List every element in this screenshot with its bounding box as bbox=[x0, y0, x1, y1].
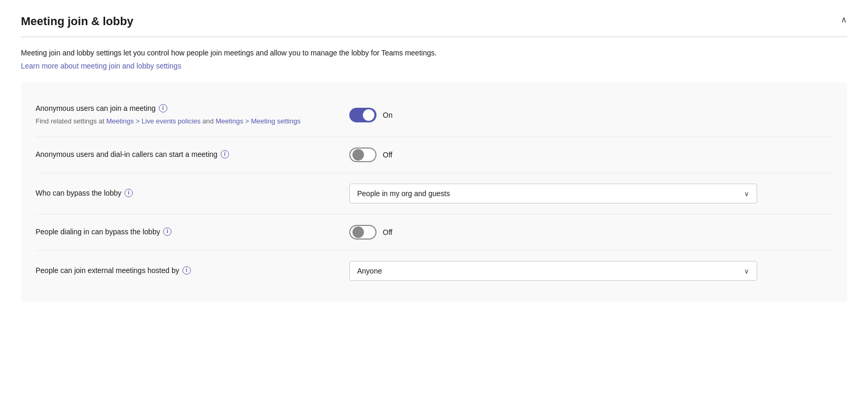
setting-label-bypass-lobby: Who can bypass the lobby i bbox=[36, 188, 349, 199]
setting-label-col-bypass-lobby: Who can bypass the lobby i bbox=[36, 188, 349, 199]
anonymous-join-track bbox=[349, 108, 376, 122]
dialin-start-info-icon[interactable]: i bbox=[221, 150, 229, 158]
external-meetings-dropdown-value: Anyone bbox=[357, 267, 382, 275]
setting-label-dialin-bypass: People dialing in can bypass the lobby i bbox=[36, 227, 349, 237]
setting-label-dialin-start: Anonymous users and dial-in callers can … bbox=[36, 150, 349, 160]
setting-sublabel-anonymous-join: Find related settings at Meetings > Live… bbox=[36, 116, 349, 127]
setting-label-col-dialin-start: Anonymous users and dial-in callers can … bbox=[36, 150, 349, 160]
setting-label-col-anonymous-join: Anonymous users can join a meeting i Fin… bbox=[36, 104, 349, 126]
bypass-lobby-dropdown-arrow: ∨ bbox=[744, 190, 749, 198]
bypass-lobby-dropdown-value: People in my org and guests bbox=[357, 189, 450, 198]
header-row: Meeting join & lobby ∧ bbox=[21, 15, 847, 37]
live-events-link[interactable]: Meetings > Live events policies bbox=[106, 117, 200, 125]
setting-row-external-meetings: People can join external meetings hosted… bbox=[36, 251, 832, 291]
bypass-lobby-dropdown[interactable]: People in my org and guests ∨ bbox=[349, 184, 757, 203]
collapse-icon[interactable]: ∧ bbox=[841, 15, 847, 25]
anonymous-join-info-icon[interactable]: i bbox=[159, 104, 167, 112]
bypass-lobby-label-text: Who can bypass the lobby bbox=[36, 188, 121, 199]
setting-label-anonymous-join: Anonymous users can join a meeting i bbox=[36, 104, 349, 114]
meeting-settings-link[interactable]: Meetings > Meeting settings bbox=[215, 117, 300, 125]
setting-control-col-external-meetings: Anyone ∨ bbox=[349, 261, 832, 281]
anonymous-join-label-text: Anonymous users can join a meeting bbox=[36, 104, 156, 114]
external-meetings-dropdown[interactable]: Anyone ∨ bbox=[349, 261, 757, 281]
external-meetings-label-text: People can join external meetings hosted… bbox=[36, 266, 179, 276]
description-text: Meeting join and lobby settings let you … bbox=[21, 48, 847, 59]
dialin-bypass-thumb bbox=[352, 226, 364, 238]
dialin-bypass-label-text: People dialing in can bypass the lobby bbox=[36, 227, 160, 237]
bypass-lobby-info-icon[interactable]: i bbox=[124, 189, 133, 197]
external-meetings-dropdown-arrow: ∨ bbox=[744, 267, 749, 275]
setting-label-col-external-meetings: People can join external meetings hosted… bbox=[36, 266, 349, 276]
dialin-start-status: Off bbox=[383, 151, 392, 159]
learn-more-link[interactable]: Learn more about meeting join and lobby … bbox=[21, 62, 181, 70]
setting-row-dialin-start: Anonymous users and dial-in callers can … bbox=[36, 137, 832, 173]
anonymous-join-toggle[interactable] bbox=[349, 108, 376, 122]
sublabel-and: and bbox=[202, 117, 214, 125]
dialin-bypass-track bbox=[349, 225, 376, 240]
setting-row-anonymous-join: Anonymous users can join a meeting i Fin… bbox=[36, 93, 832, 137]
anonymous-join-status: On bbox=[383, 111, 393, 119]
setting-label-external-meetings: People can join external meetings hosted… bbox=[36, 266, 349, 276]
dialin-bypass-toggle[interactable] bbox=[349, 225, 376, 240]
external-meetings-info-icon[interactable]: i bbox=[182, 266, 191, 275]
dialin-start-toggle[interactable] bbox=[349, 147, 376, 162]
dialin-bypass-info-icon[interactable]: i bbox=[163, 228, 172, 236]
sublabel-prefix: Find related settings at bbox=[36, 117, 105, 125]
setting-control-col-dialin-start: Off bbox=[349, 147, 832, 162]
anonymous-join-thumb bbox=[363, 109, 374, 121]
setting-row-bypass-lobby: Who can bypass the lobby i People in my … bbox=[36, 173, 832, 214]
settings-section: Anonymous users can join a meeting i Fin… bbox=[21, 83, 847, 302]
setting-control-col-bypass-lobby: People in my org and guests ∨ bbox=[349, 184, 832, 203]
page-title: Meeting join & lobby bbox=[21, 15, 133, 28]
setting-control-col-anonymous-join: On bbox=[349, 108, 832, 122]
dialin-start-track bbox=[349, 147, 376, 162]
dialin-start-thumb bbox=[352, 149, 364, 161]
setting-row-dialin-bypass: People dialing in can bypass the lobby i… bbox=[36, 214, 832, 251]
dialin-start-label-text: Anonymous users and dial-in callers can … bbox=[36, 150, 218, 160]
dialin-bypass-status: Off bbox=[383, 228, 392, 236]
description-section: Meeting join and lobby settings let you … bbox=[21, 48, 847, 70]
setting-control-col-dialin-bypass: Off bbox=[349, 225, 832, 240]
setting-label-col-dialin-bypass: People dialing in can bypass the lobby i bbox=[36, 227, 349, 237]
main-container: Meeting join & lobby ∧ Meeting join and … bbox=[0, 0, 868, 420]
